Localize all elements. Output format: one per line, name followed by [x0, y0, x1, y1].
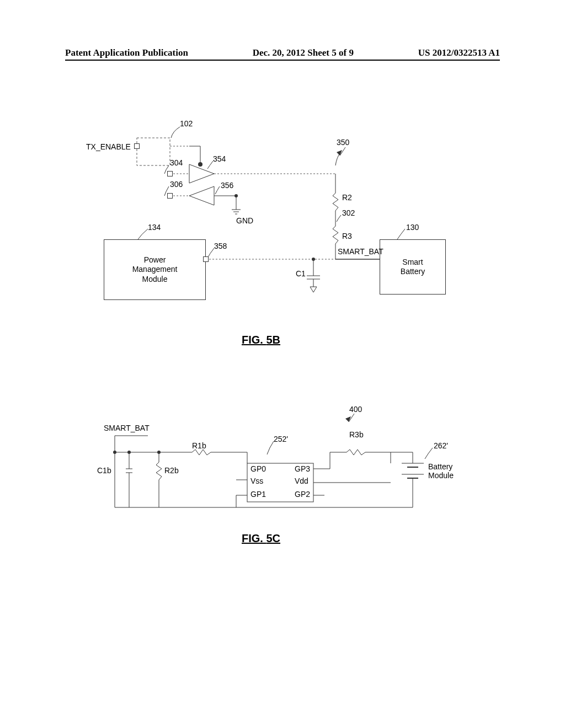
svg-point-22 [312, 258, 315, 261]
r2-label: R2 [342, 193, 352, 202]
fig5b-caption: FIG. 5B [242, 334, 280, 346]
power-management-module-box: Power Management Module [104, 239, 206, 300]
gp0-label: GP0 [250, 464, 266, 473]
pmm-l2: Management [132, 265, 178, 275]
vdd-label: Vdd [295, 477, 308, 485]
figure-5c: GP0 Vss GP1 GP3 Vdd GP2 SMART_BAT 400 25… [82, 397, 479, 579]
svg-point-39 [127, 451, 131, 454]
pin-tx-enable [134, 143, 140, 149]
svg-marker-69 [345, 416, 351, 422]
pmm-l3: Module [142, 275, 168, 285]
gp1-label: GP1 [250, 490, 266, 499]
page-header: Patent Application Publication Dec. 20, … [0, 47, 565, 58]
ref-302: 302 [342, 208, 355, 217]
ref-358: 358 [214, 242, 227, 250]
fig5c-caption: FIG. 5C [242, 532, 280, 545]
bat-l2: Module [428, 471, 454, 480]
r1b-label: R1b [192, 441, 206, 450]
ref-350: 350 [337, 138, 349, 147]
ref-252: 252' [274, 435, 288, 443]
fig5b-prefix: FIG. [242, 334, 266, 346]
svg-marker-4 [189, 164, 214, 183]
svg-rect-0 [137, 138, 170, 165]
ref-306: 306 [170, 180, 183, 189]
fig5b-num: 5B [266, 334, 280, 346]
bat-l1: Battery [428, 462, 452, 471]
gp2-label: GP2 [295, 490, 310, 499]
smart-l1: Smart [402, 258, 423, 267]
r2b-label: R2b [164, 466, 179, 475]
ref-262: 262' [434, 441, 448, 450]
ref-102: 102 [180, 119, 193, 128]
pin-306 [167, 193, 173, 199]
header-right: US 2012/0322513 A1 [418, 47, 500, 58]
c1b-label: C1b [97, 466, 111, 475]
svg-marker-29 [337, 150, 342, 156]
svg-marker-26 [310, 287, 317, 292]
tx-enable-label: TX_ENABLE [86, 142, 131, 151]
header-center: Dec. 20, 2012 Sheet 5 of 9 [253, 47, 354, 58]
smart-bat-label: SMART_BAT [338, 247, 383, 256]
r3b-label: R3b [349, 430, 364, 439]
header-divider [65, 60, 500, 61]
vss-label: Vss [250, 477, 263, 485]
smart-bat-5c: SMART_BAT [104, 424, 150, 432]
header-left: Patent Application Publication [65, 47, 188, 58]
svg-point-41 [113, 451, 116, 454]
ref-356: 356 [221, 181, 233, 190]
gnd-label: GND [236, 216, 253, 225]
ref-134: 134 [148, 223, 161, 232]
fig5c-prefix: FIG. [242, 532, 266, 544]
r3-label: R3 [342, 232, 352, 240]
pin-304 [167, 171, 173, 176]
fig5c-num: 5C [266, 532, 280, 544]
smart-battery-box: Smart Battery [380, 239, 446, 295]
pin-358 [203, 256, 209, 262]
ref-400: 400 [349, 405, 362, 414]
pmm-l1: Power [144, 255, 166, 265]
figure-5b: Power Management Module Smart Battery TX… [82, 121, 479, 370]
ref-130: 130 [406, 223, 419, 232]
ref-354: 354 [213, 154, 226, 163]
ref-304: 304 [170, 158, 183, 167]
c1-label: C1 [296, 269, 306, 278]
smart-l2: Battery [401, 267, 425, 277]
fig5c-schematic [82, 397, 479, 540]
svg-marker-5 [189, 186, 214, 205]
gp3-label: GP3 [295, 464, 310, 473]
